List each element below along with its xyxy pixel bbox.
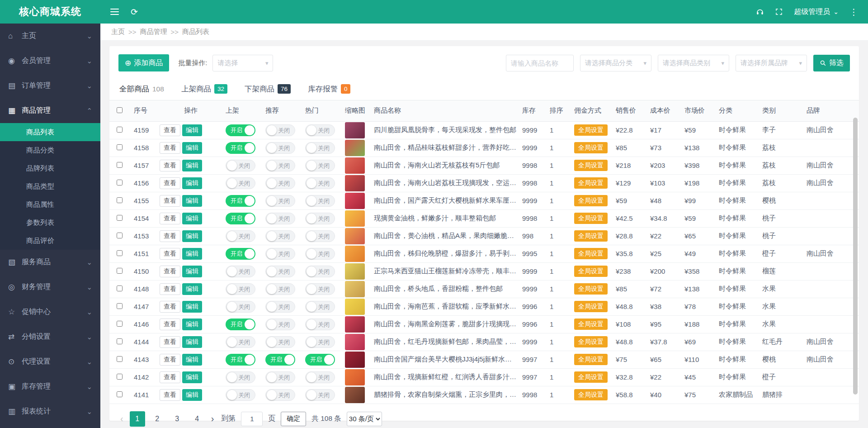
recommend-toggle[interactable]: 关闭 <box>265 371 295 383</box>
page-button[interactable]: 3 <box>170 411 185 427</box>
sidebar-item-agent[interactable]: ⊙代理设置⌄ <box>0 349 100 374</box>
row-checkbox[interactable] <box>117 374 123 380</box>
edit-button[interactable]: 编辑 <box>182 124 202 136</box>
category-select[interactable]: 请选择商品分类 ▾ <box>580 55 651 71</box>
recommend-toggle[interactable]: 关闭 <box>265 283 295 295</box>
fullscreen-icon[interactable] <box>775 8 783 16</box>
hot-toggle[interactable]: 关闭 <box>305 371 335 383</box>
hot-toggle[interactable]: 开启 <box>305 354 335 366</box>
view-button[interactable]: 查看 <box>160 283 180 295</box>
sidebar-item-members[interactable]: ◉会员管理⌄ <box>0 48 100 73</box>
admin-menu[interactable]: 超级管理员 ⌄ <box>794 7 839 17</box>
recommend-toggle[interactable]: 关闭 <box>265 177 295 189</box>
hot-toggle[interactable]: 关闭 <box>305 160 335 171</box>
row-checkbox[interactable] <box>117 391 123 397</box>
sidebar-toggle-icon[interactable] <box>110 9 119 15</box>
view-button[interactable]: 查看 <box>160 142 180 154</box>
shelf-toggle[interactable]: 开启 <box>226 213 255 224</box>
sidebar-item-orders[interactable]: ▤订单管理⌄ <box>0 73 100 98</box>
view-button[interactable]: 查看 <box>160 160 180 171</box>
commission-button[interactable]: 全局设置 <box>574 248 608 259</box>
sidebar-subitem-product-categories[interactable]: 商品分类 <box>0 141 100 159</box>
shelf-toggle[interactable]: 关闭 <box>226 336 255 348</box>
recommend-toggle[interactable]: 关闭 <box>265 230 295 242</box>
page-button[interactable]: 2 <box>150 411 165 427</box>
view-button[interactable]: 查看 <box>160 266 180 277</box>
edit-button[interactable]: 编辑 <box>182 230 202 242</box>
sidebar-subitem-product-list[interactable]: 商品列表 <box>0 123 100 141</box>
commission-button[interactable]: 全局设置 <box>574 301 608 312</box>
brand-select[interactable]: 请选择所属品牌 ▾ <box>736 55 807 71</box>
recommend-toggle[interactable]: 开启 <box>265 354 295 366</box>
page-button[interactable]: 4 <box>189 411 205 427</box>
shelf-toggle[interactable]: 关闭 <box>226 371 255 383</box>
commission-button[interactable]: 全局设置 <box>574 354 608 365</box>
edit-button[interactable]: 编辑 <box>182 177 202 189</box>
breadcrumb-item[interactable]: 商品管理 <box>140 28 167 36</box>
recommend-toggle[interactable]: 关闭 <box>265 319 295 330</box>
edit-button[interactable]: 编辑 <box>182 195 202 207</box>
hot-toggle[interactable]: 关闭 <box>305 248 335 260</box>
view-button[interactable]: 查看 <box>160 248 180 260</box>
next-page-button[interactable]: › <box>209 414 216 424</box>
edit-button[interactable]: 编辑 <box>182 283 202 295</box>
view-button[interactable]: 查看 <box>160 319 180 330</box>
page-button[interactable]: 1 <box>130 411 145 427</box>
recommend-toggle[interactable]: 关闭 <box>265 160 295 171</box>
per-page-select[interactable]: 30 条/页 <box>347 412 382 426</box>
recommend-toggle[interactable]: 关闭 <box>265 195 295 207</box>
hot-toggle[interactable]: 关闭 <box>305 389 335 401</box>
view-button[interactable]: 查看 <box>160 354 180 366</box>
edit-button[interactable]: 编辑 <box>182 389 202 401</box>
shelf-toggle[interactable]: 关闭 <box>226 389 255 401</box>
edit-button[interactable]: 编辑 <box>182 354 202 366</box>
view-button[interactable]: 查看 <box>160 195 180 207</box>
tab-on-shelf[interactable]: 上架商品32 <box>181 84 227 94</box>
shelf-toggle[interactable]: 开启 <box>226 354 255 366</box>
hot-toggle[interactable]: 关闭 <box>305 195 335 207</box>
shelf-toggle[interactable]: 开启 <box>226 124 255 136</box>
kebab-menu-icon[interactable]: ⋮ <box>849 7 858 17</box>
row-checkbox[interactable] <box>117 233 123 238</box>
hot-toggle[interactable]: 关闭 <box>305 230 335 242</box>
row-checkbox[interactable] <box>117 127 123 133</box>
recommend-toggle[interactable]: 关闭 <box>265 124 295 136</box>
commission-button[interactable]: 全局设置 <box>574 336 608 347</box>
recommend-toggle[interactable]: 关闭 <box>265 213 295 224</box>
view-button[interactable]: 查看 <box>160 124 180 136</box>
commission-button[interactable]: 全局设置 <box>574 283 608 295</box>
breadcrumb-item[interactable]: 商品列表 <box>182 28 209 36</box>
edit-button[interactable]: 编辑 <box>182 336 202 348</box>
commission-button[interactable]: 全局设置 <box>574 142 608 153</box>
commission-button[interactable]: 全局设置 <box>574 177 608 189</box>
tab-all-products[interactable]: 全部商品108 <box>119 84 164 94</box>
edit-button[interactable]: 编辑 <box>182 319 202 330</box>
tab-stock-alert[interactable]: 库存报警0 <box>308 84 351 94</box>
view-button[interactable]: 查看 <box>160 230 180 242</box>
commission-button[interactable]: 全局设置 <box>574 230 608 242</box>
shelf-toggle[interactable]: 关闭 <box>226 283 255 295</box>
hot-toggle[interactable]: 关闭 <box>305 213 335 224</box>
row-checkbox[interactable] <box>117 250 123 256</box>
edit-button[interactable]: 编辑 <box>182 301 202 313</box>
row-checkbox[interactable] <box>117 338 123 344</box>
sidebar-subitem-parameter-list[interactable]: 参数列表 <box>0 214 100 232</box>
type-select[interactable]: 请选择商品类别 ▾ <box>658 55 729 71</box>
sidebar-item-distribution[interactable]: ⇄分销设置⌄ <box>0 324 100 349</box>
sidebar-item-promotion[interactable]: ☆促销中心⌄ <box>0 300 100 324</box>
edit-button[interactable]: 编辑 <box>182 160 202 171</box>
recommend-toggle[interactable]: 关闭 <box>265 142 295 154</box>
sidebar-item-products[interactable]: ▦商品管理⌃ <box>0 98 100 123</box>
row-checkbox[interactable] <box>117 268 123 274</box>
row-checkbox[interactable] <box>117 162 123 168</box>
recommend-toggle[interactable]: 关闭 <box>265 301 295 313</box>
commission-button[interactable]: 全局设置 <box>574 213 608 224</box>
hot-toggle[interactable]: 关闭 <box>305 336 335 348</box>
select-all-checkbox[interactable] <box>117 107 123 113</box>
shelf-toggle[interactable]: 关闭 <box>226 266 255 277</box>
hot-toggle[interactable]: 关闭 <box>305 301 335 313</box>
hot-toggle[interactable]: 关闭 <box>305 124 335 136</box>
filter-button[interactable]: 筛选 <box>813 55 850 71</box>
goto-page-input[interactable] <box>241 412 263 426</box>
sidebar-item-reports[interactable]: ▥报表统计⌄ <box>0 399 100 424</box>
